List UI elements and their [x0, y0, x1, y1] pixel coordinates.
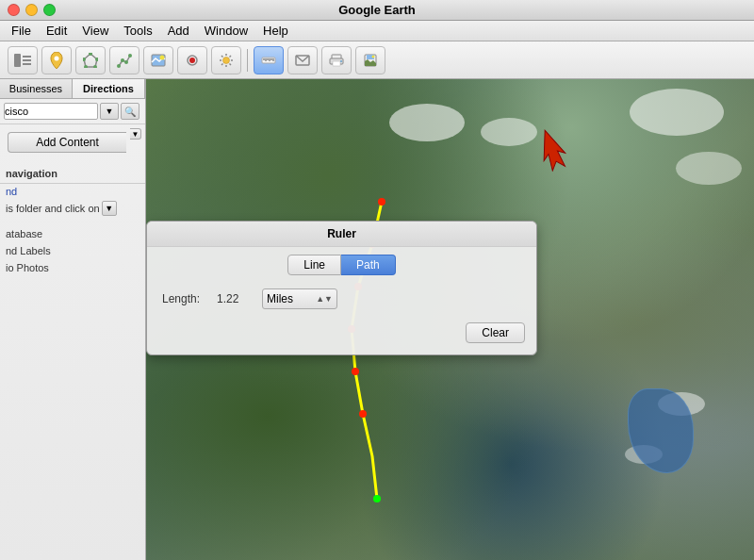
menu-add[interactable]: Add	[160, 22, 197, 40]
cursor-arrow	[533, 124, 570, 174]
title-bar: Google Earth	[0, 0, 754, 21]
ruler-unit-select[interactable]: Miles ▲▼	[262, 288, 337, 309]
traffic-lights	[8, 4, 56, 16]
svg-point-11	[117, 64, 121, 68]
svg-rect-3	[23, 63, 31, 65]
tab-directions[interactable]: Directions	[73, 79, 145, 98]
ruler-length-row: Length: 1.22 Miles ▲▼	[147, 281, 536, 317]
search-row: ▼ 🔍	[0, 99, 145, 124]
menu-bar: File Edit View Tools Add Window Help	[0, 21, 754, 41]
svg-line-25	[230, 63, 232, 65]
add-placemark-button[interactable]	[41, 46, 72, 74]
folder-text: is folder and click on	[6, 203, 100, 214]
ruler-length-label: Length:	[162, 292, 209, 305]
clear-button[interactable]: Clear	[466, 322, 525, 343]
search-dropdown-button[interactable]: ▼	[100, 103, 119, 120]
svg-marker-5	[84, 54, 97, 67]
main-layout: Businesses Directions ▼ 🔍 Add Content ▼ …	[0, 79, 754, 560]
svg-line-26	[230, 56, 232, 58]
minimize-button[interactable]	[25, 4, 38, 16]
menu-window[interactable]: Window	[197, 22, 255, 40]
menu-help[interactable]: Help	[255, 22, 296, 40]
ruler-footer: Clear	[147, 317, 536, 347]
save-image-button[interactable]	[355, 46, 385, 74]
tab-businesses[interactable]: Businesses	[0, 79, 73, 98]
sidebar-navigation-label: navigation	[0, 164, 145, 184]
svg-line-27	[221, 63, 223, 65]
print-button[interactable]	[321, 46, 352, 74]
menu-edit[interactable]: Edit	[39, 22, 74, 40]
sidebar-link-nd[interactable]: nd	[0, 184, 145, 199]
sidebar-toggle-button[interactable]	[8, 46, 38, 74]
search-submit-button[interactable]: 🔍	[121, 103, 139, 120]
svg-rect-2	[23, 59, 31, 61]
ruler-tab-line[interactable]: Line	[287, 255, 341, 275]
svg-point-18	[189, 58, 195, 63]
svg-rect-1	[23, 56, 31, 58]
svg-point-9	[84, 65, 88, 68]
sun-button[interactable]	[211, 46, 241, 74]
svg-point-19	[223, 57, 230, 63]
svg-rect-0	[14, 54, 21, 67]
svg-point-43	[378, 198, 385, 206]
ruler-dialog: Ruler Line Path Length: 1.22 Miles ▲▼ Cl…	[146, 221, 537, 355]
folder-dropdown[interactable]: ▼	[102, 201, 117, 216]
sidebar: Businesses Directions ▼ 🔍 Add Content ▼ …	[0, 79, 146, 560]
add-polygon-button[interactable]	[75, 46, 106, 74]
ruler-button[interactable]	[254, 46, 284, 74]
add-overlay-button[interactable]	[143, 46, 173, 74]
svg-point-14	[128, 54, 132, 58]
svg-point-39	[340, 60, 342, 62]
window-title: Google Earth	[338, 3, 416, 17]
ruler-tabs: Line Path	[147, 247, 536, 281]
ruler-dialog-title: Ruler	[147, 222, 536, 247]
sidebar-item-photos: io Photos	[0, 259, 145, 276]
record-button[interactable]	[177, 46, 207, 74]
add-content-button[interactable]: Add Content	[8, 132, 126, 153]
menu-tools[interactable]: Tools	[116, 22, 159, 40]
svg-point-13	[124, 60, 128, 64]
sidebar-item-database: atabase	[0, 225, 145, 242]
search-input[interactable]	[4, 103, 98, 120]
sidebar-tabs: Businesses Directions	[0, 79, 145, 99]
ruler-tab-path[interactable]: Path	[341, 255, 396, 275]
svg-point-8	[93, 65, 97, 68]
add-path-button[interactable]	[109, 46, 139, 74]
svg-point-12	[121, 58, 124, 62]
email-button[interactable]	[287, 46, 318, 74]
toolbar	[0, 41, 754, 79]
svg-point-47	[352, 368, 359, 375]
folder-row: is folder and click on ▼	[0, 199, 145, 218]
ruler-length-value: 1.22	[217, 292, 254, 305]
toolbar-separator	[247, 49, 248, 72]
maximize-button[interactable]	[43, 4, 56, 16]
svg-point-4	[55, 56, 59, 60]
menu-view[interactable]: View	[74, 22, 116, 40]
svg-point-49	[373, 495, 381, 502]
add-content-dropdown[interactable]: ▼	[130, 128, 141, 140]
svg-point-48	[359, 410, 367, 418]
close-button[interactable]	[8, 4, 20, 16]
sidebar-item-labels: nd Labels	[0, 242, 145, 259]
svg-rect-38	[333, 61, 340, 66]
map-area[interactable]: Ruler Line Path Length: 1.22 Miles ▲▼ Cl…	[146, 79, 754, 560]
menu-file[interactable]: File	[4, 22, 39, 40]
svg-line-24	[221, 56, 223, 58]
svg-point-42	[372, 55, 375, 58]
svg-point-16	[160, 55, 165, 59]
